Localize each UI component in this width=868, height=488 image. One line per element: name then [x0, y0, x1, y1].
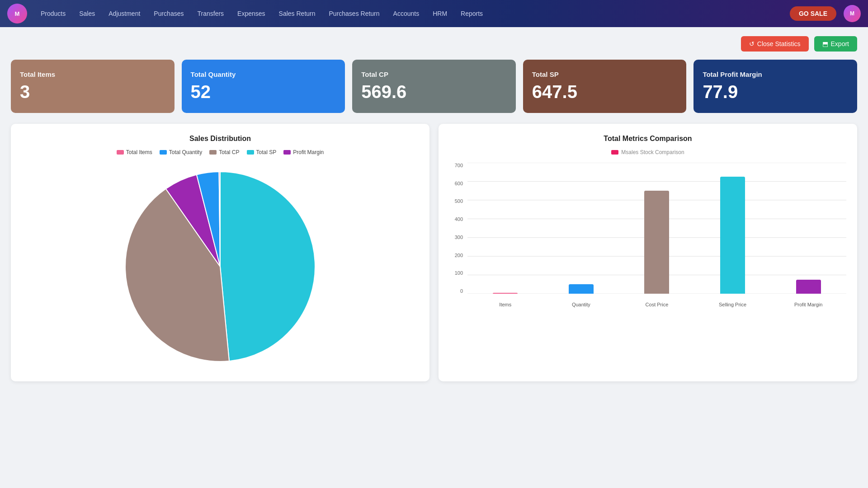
y-axis-label: 400: [455, 216, 463, 222]
bar-column: [796, 280, 821, 294]
y-axis-label: 500: [455, 198, 463, 204]
legend-item: Profit Margin: [283, 149, 324, 155]
y-axis-label: 100: [455, 270, 463, 276]
bar-chart-card: Total Metrics Comparison Msales Stock Co…: [439, 124, 857, 381]
nav-item-expenses[interactable]: Expenses: [231, 7, 271, 20]
refresh-icon: ↺: [749, 40, 755, 47]
stat-value: 77.9: [703, 82, 848, 102]
pie-chart-card: Sales Distribution Total ItemsTotal Quan…: [11, 124, 429, 381]
nav-avatar: M: [844, 5, 861, 22]
charts-row: Sales Distribution Total ItemsTotal Quan…: [11, 124, 857, 381]
pie-chart-svg: [116, 163, 324, 371]
bar-column: [644, 191, 669, 294]
legend-item: Total Items: [117, 149, 152, 155]
stat-card-3: Total SP 647.5: [523, 60, 687, 113]
nav-item-hrm[interactable]: HRM: [426, 7, 453, 20]
bar-chart-inner: [467, 163, 846, 294]
pie-slice: [220, 172, 315, 361]
bar-subtitle-dot: [611, 150, 618, 155]
x-axis-labels: ItemsQuantityCost PriceSelling PriceProf…: [467, 302, 846, 307]
bar-x-label: Quantity: [565, 302, 597, 307]
bar: [569, 284, 594, 294]
bar-x-label: Profit Margin: [793, 302, 824, 307]
export-icon: ⬒: [822, 40, 828, 47]
y-axis-label: 300: [455, 235, 463, 240]
bar-column: [493, 293, 518, 294]
pie-chart-title: Sales Distribution: [22, 135, 419, 143]
pie-chart-legend: Total ItemsTotal QuantityTotal CPTotal S…: [22, 149, 419, 155]
y-axis: 7006005004003002001000: [449, 163, 466, 294]
navbar: M ProductsSalesAdjustmentPurchasesTransf…: [0, 0, 868, 27]
stat-value: 569.6: [361, 82, 507, 102]
bar-chart-title: Total Metrics Comparison: [449, 135, 846, 143]
nav-item-purchases-return[interactable]: Purchases Return: [323, 7, 386, 20]
nav-item-adjustment[interactable]: Adjustment: [102, 7, 146, 20]
stat-label: Total Items: [20, 70, 165, 78]
bar-column: [569, 284, 594, 294]
bars-container: [467, 163, 846, 294]
stat-value: 52: [191, 82, 336, 102]
stat-value: 3: [20, 82, 165, 102]
close-statistics-button[interactable]: ↺ Close Statistics: [741, 36, 809, 52]
stat-card-0: Total Items 3: [11, 60, 175, 113]
stat-label: Total CP: [361, 70, 507, 78]
legend-item: Total SP: [247, 149, 277, 155]
y-axis-label: 600: [455, 181, 463, 186]
bar: [644, 191, 669, 294]
stat-card-1: Total Quantity 52: [182, 60, 345, 113]
stat-label: Total SP: [532, 70, 678, 78]
bar-column: [720, 177, 745, 294]
y-axis-label: 200: [455, 253, 463, 258]
stat-label: Total Profit Margin: [703, 70, 848, 78]
bar: [720, 177, 745, 294]
legend-item: Total Quantity: [160, 149, 202, 155]
export-button[interactable]: ⬒ Export: [814, 36, 857, 52]
nav-item-transfers[interactable]: Transfers: [191, 7, 230, 20]
nav-item-purchases[interactable]: Purchases: [147, 7, 190, 20]
legend-item: Total CP: [209, 149, 239, 155]
stat-card-2: Total CP 569.6: [352, 60, 516, 113]
bar-x-label: Cost Price: [641, 302, 673, 307]
bar-x-label: Selling Price: [717, 302, 749, 307]
nav-item-accounts[interactable]: Accounts: [387, 7, 426, 20]
nav-item-reports[interactable]: Reports: [454, 7, 489, 20]
pie-chart-container: [22, 163, 419, 371]
go-sale-button[interactable]: GO SALE: [790, 6, 836, 21]
toolbar: ↺ Close Statistics ⬒ Export: [11, 36, 857, 52]
y-axis-label: 700: [455, 163, 463, 168]
stat-card-4: Total Profit Margin 77.9: [693, 60, 857, 113]
bar-chart-area: 7006005004003002001000 ItemsQuantityCost…: [449, 163, 846, 307]
nav-item-sales[interactable]: Sales: [73, 7, 101, 20]
stats-row: Total Items 3 Total Quantity 52 Total CP…: [11, 60, 857, 113]
main-content: ↺ Close Statistics ⬒ Export Total Items …: [0, 27, 868, 390]
nav-item-sales-return[interactable]: Sales Return: [273, 7, 322, 20]
bar-chart-subtitle: Msales Stock Comparison: [449, 149, 846, 155]
stat-label: Total Quantity: [191, 70, 336, 78]
bar: [796, 280, 821, 294]
bar: [493, 293, 518, 294]
bar-x-label: Items: [490, 302, 521, 307]
stat-value: 647.5: [532, 82, 678, 102]
nav-logo: M: [7, 4, 27, 23]
nav-item-products[interactable]: Products: [34, 7, 72, 20]
y-axis-label: 0: [460, 288, 463, 294]
